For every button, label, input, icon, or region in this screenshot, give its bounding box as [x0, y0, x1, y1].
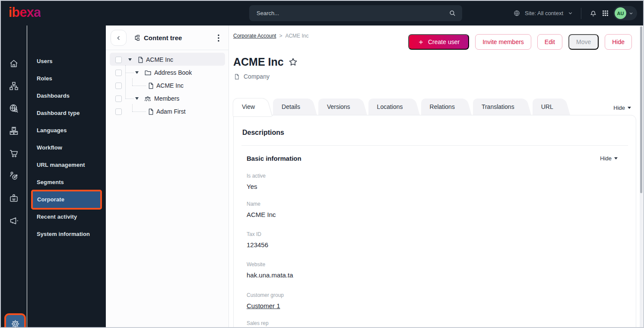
tab-relations[interactable]: Relations: [421, 99, 468, 115]
icon-rail: [1, 25, 27, 327]
search-icon[interactable]: [449, 10, 456, 17]
tab-bar-hide-toggle[interactable]: Hide: [613, 105, 631, 111]
expander-caret-icon[interactable]: [135, 97, 139, 100]
tree-row-adam-first[interactable]: Adam First: [106, 105, 228, 118]
menu-item-system-information[interactable]: System information: [27, 226, 106, 243]
tree-checkbox[interactable]: [115, 96, 122, 102]
menu-item-segments[interactable]: Segments: [27, 174, 106, 191]
tree-checkbox[interactable]: [115, 57, 122, 63]
field-group-hide-toggle[interactable]: Hide: [600, 155, 618, 162]
plus-icon: [418, 39, 424, 45]
top-bar-right: Site: All context: [513, 1, 637, 25]
personalization-target-icon[interactable]: [9, 171, 19, 181]
menu-item-roles[interactable]: Roles: [27, 70, 106, 87]
bell-icon[interactable]: [589, 9, 597, 17]
product-blocks-icon[interactable]: [9, 126, 19, 136]
field-sales-rep: Sales rep: [247, 320, 269, 328]
user-menu[interactable]: AU: [613, 6, 637, 20]
move-button[interactable]: Move: [568, 34, 599, 50]
edit-button[interactable]: Edit: [537, 34, 562, 50]
page-title-row: ACME Inc: [233, 56, 298, 68]
ibexa-logo[interactable]: ibexa: [9, 5, 41, 20]
chevron-down-icon[interactable]: [568, 10, 573, 16]
tab-url[interactable]: URL: [533, 99, 566, 115]
tree-node-label[interactable]: Address Book: [154, 69, 192, 76]
search-input[interactable]: [257, 10, 449, 16]
tab-translations[interactable]: Translations: [473, 99, 527, 115]
tree-node-label[interactable]: ACME Inc: [156, 82, 184, 89]
globe-icon: [513, 10, 520, 17]
create-user-button[interactable]: Create user: [408, 34, 469, 50]
field-customer-group: Customer group Customer 1: [247, 292, 284, 309]
menu-item-recent-activity[interactable]: Recent activity: [27, 208, 106, 226]
tree-node-label[interactable]: ACME Inc: [146, 56, 173, 63]
customer-group-link[interactable]: Customer 1: [247, 302, 284, 309]
expander-caret-icon[interactable]: [128, 58, 132, 61]
marketing-megaphone-icon[interactable]: [9, 216, 19, 226]
content-structure-icon[interactable]: [9, 81, 19, 91]
tree-checkbox[interactable]: [115, 83, 122, 89]
tree-row-acme-inc-child[interactable]: ACME Inc: [106, 79, 228, 92]
menu-item-dashboards[interactable]: Dashboards: [27, 87, 106, 105]
caret-down-icon: [614, 157, 618, 159]
tab-details[interactable]: Details: [273, 99, 313, 115]
top-bar: ibexa Site: All context: [1, 1, 643, 25]
folder-icon: [144, 69, 152, 76]
field-label: Website: [247, 261, 293, 267]
gear-icon[interactable]: [10, 319, 20, 328]
breadcrumb-link-corporate-account[interactable]: Corporate Account: [233, 33, 276, 39]
tree-checkbox[interactable]: [115, 108, 122, 115]
view-tab-panel: Descriptions Basic information Hide Is a…: [233, 115, 636, 328]
menu-item-url-management[interactable]: URL management: [27, 156, 106, 174]
site-globe-icon[interactable]: [9, 103, 19, 114]
tree-node-label[interactable]: Adam First: [156, 108, 186, 115]
file-icon: [234, 73, 240, 80]
menu-item-corporate[interactable]: Corporate: [33, 191, 100, 208]
tab-view[interactable]: View: [233, 99, 268, 115]
expander-caret-icon[interactable]: [135, 71, 139, 74]
field-name: Name ACME Inc: [247, 201, 276, 218]
settings-highlight-annotation: [6, 315, 24, 328]
content-type-label: Company: [244, 73, 270, 80]
bookmark-star-icon[interactable]: [288, 57, 298, 67]
tree-row-members[interactable]: Members: [106, 92, 228, 105]
field-is-active: Is active Yes: [247, 173, 266, 190]
field-value: Yes: [247, 183, 266, 190]
tree-row-acme-inc[interactable]: ACME Inc: [106, 53, 228, 66]
kebab-menu-icon[interactable]: [215, 34, 222, 42]
page-title: ACME Inc: [233, 56, 284, 68]
scrollbar-thumb[interactable]: [640, 26, 642, 193]
tree-node-label[interactable]: Members: [154, 95, 179, 102]
field-value: hak.una.mata.ta: [247, 271, 293, 279]
user-group-icon: [144, 95, 151, 102]
menu-item-workflow[interactable]: Workflow: [27, 139, 106, 156]
avatar[interactable]: AU: [615, 7, 626, 19]
global-search[interactable]: [249, 5, 462, 21]
collapse-tree-button[interactable]: [111, 30, 127, 46]
menu-item-dashboard-type[interactable]: Dashboard type: [27, 105, 106, 122]
field-value: 123456: [247, 241, 268, 248]
home-icon[interactable]: [9, 58, 19, 69]
field-label: Customer group: [247, 292, 284, 298]
corporate-badge-icon[interactable]: [9, 193, 19, 204]
tree-row-address-book[interactable]: Address Book: [106, 66, 228, 79]
file-icon: [147, 108, 155, 115]
tree-icon: [133, 34, 140, 41]
menu-item-languages[interactable]: Languages: [27, 122, 106, 139]
invite-members-button[interactable]: Invite members: [475, 34, 531, 50]
field-label: Tax ID: [247, 231, 268, 237]
site-context-selector[interactable]: Site: All context: [525, 10, 563, 16]
content-tree-title: Content tree: [144, 34, 182, 41]
app-window: ibexa Site: All context: [0, 0, 644, 328]
content-tree-header: Content tree: [133, 34, 182, 41]
hide-button[interactable]: Hide: [605, 34, 632, 50]
tab-locations[interactable]: Locations: [368, 99, 416, 115]
field-label: Is active: [247, 173, 266, 179]
tree-checkbox[interactable]: [115, 70, 122, 76]
commerce-cart-icon[interactable]: [9, 148, 19, 159]
tab-versions[interactable]: Versions: [318, 99, 363, 115]
admin-menu: Users Roles Dashboards Dashboard type La…: [27, 25, 106, 327]
app-grid-icon[interactable]: [602, 10, 609, 17]
section-divider: [241, 145, 628, 146]
menu-item-users[interactable]: Users: [27, 53, 106, 70]
